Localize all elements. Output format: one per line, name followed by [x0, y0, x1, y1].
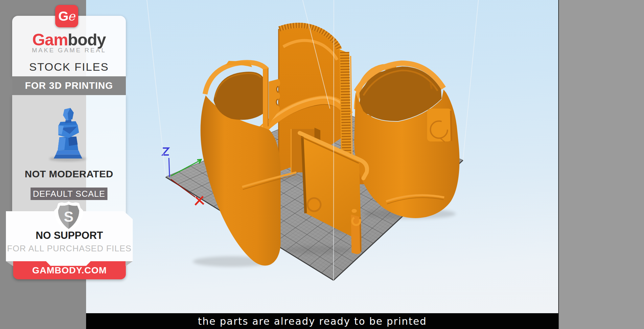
3d-scene[interactable] — [86, 0, 558, 313]
caption-bar: the parts are already ready to be printe… — [86, 313, 558, 329]
right-settings-panel — [558, 0, 644, 329]
shield-icon: S — [54, 200, 84, 234]
shield-letter: S — [64, 209, 73, 225]
not-moderated-label: NOT MODERATED — [12, 168, 126, 180]
slicer-window: the parts are already ready to be printe… — [0, 0, 644, 329]
brand-red-part: Gam — [32, 31, 68, 49]
brand-tagline: MAKE GAME REAL — [12, 47, 126, 54]
logo-letter-e: e — [68, 9, 75, 23]
z-axis-icon — [163, 148, 170, 177]
stock-files-heading: STOCK FILES — [12, 61, 126, 73]
no-support-subtitle: FOR ALL PURCHASED FILES — [6, 243, 133, 254]
statue-icon — [48, 105, 89, 163]
for-3d-printing-band: FOR 3D PRINTING — [12, 76, 126, 95]
default-scale-badge: DEFAULT SCALE — [31, 188, 107, 200]
logo-letter-g: G — [58, 9, 68, 24]
brand-dark-part: body — [68, 31, 105, 49]
3d-viewport[interactable] — [86, 0, 558, 313]
subtitle-caption: the parts are already ready to be printe… — [198, 316, 427, 327]
ribbon-center-tab — [46, 261, 91, 266]
gambody-logo-icon: Ge — [55, 5, 78, 27]
no-support-title: NO SUPPORT — [6, 230, 133, 241]
